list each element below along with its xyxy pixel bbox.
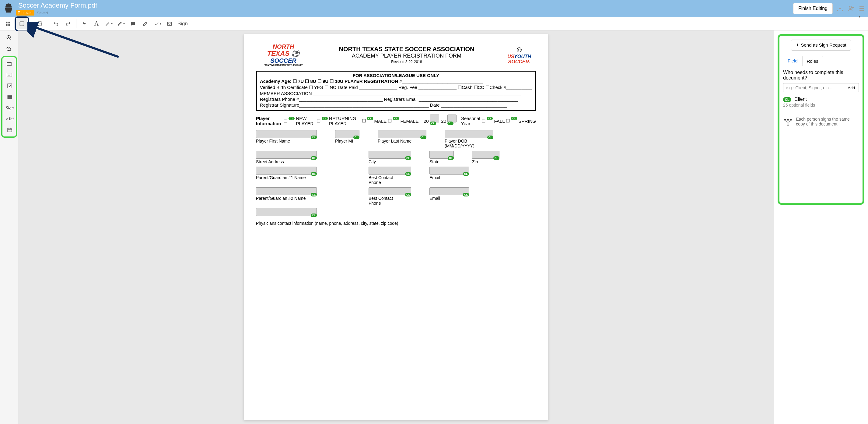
comment-tool[interactable] xyxy=(127,18,138,29)
initials-field-tool[interactable]: ×Int xyxy=(3,114,17,124)
send-sign-request-button[interactable]: ✈ Send as Sign Request xyxy=(791,39,851,51)
add-role-button[interactable]: Add xyxy=(844,83,859,92)
svg-rect-5 xyxy=(167,22,172,25)
role-item-client[interactable]: CL Client 25 optional fields xyxy=(783,96,859,108)
guardian1-name-field[interactable] xyxy=(256,167,317,174)
menu-icon[interactable]: ▾ xyxy=(858,5,866,12)
guardian2-phone-field[interactable] xyxy=(369,187,411,195)
print-button[interactable] xyxy=(34,18,45,29)
redo-button[interactable] xyxy=(63,18,74,29)
checkbox-field-tool[interactable] xyxy=(3,81,17,91)
toolbar: A ▾ ▾ ▾ Sign xyxy=(0,17,868,30)
app-header: Soccer Academy Form.pdf Template Saved F… xyxy=(0,0,868,17)
svg-rect-17 xyxy=(787,123,789,125)
field-tools-group: Sign ×Int xyxy=(1,56,17,138)
cl-tag: CL xyxy=(288,117,294,120)
role-name-input[interactable] xyxy=(783,83,844,92)
physician-field[interactable] xyxy=(256,208,317,216)
doc-title: NORTH TEXAS STATE SOCCER ASSOCIATION xyxy=(311,46,502,53)
association-box: FOR ASSOCIATION/LEAGUE USE ONLY Academy … xyxy=(256,71,536,111)
template-badge: Template xyxy=(16,10,34,16)
svg-rect-3 xyxy=(8,24,10,26)
document-canvas[interactable]: NORTH TEXAS ⚽ SOCCER "IGNITING PASSION F… xyxy=(18,30,774,424)
signature-field-tool[interactable]: Sign xyxy=(3,103,17,113)
paragraph-field-tool[interactable] xyxy=(3,70,17,80)
us-youth-logo: ☺ USYOUTH SOCCER. xyxy=(502,45,536,64)
doc-revised: Revised 3-22-2018 xyxy=(311,60,502,64)
date-field-tool[interactable] xyxy=(3,125,17,135)
guardian2-name-field[interactable] xyxy=(256,187,317,195)
image-tool[interactable] xyxy=(164,18,175,29)
sign-tool[interactable]: Sign xyxy=(178,21,188,27)
player-info-label: Player Information xyxy=(256,116,282,126)
pointer-tool[interactable] xyxy=(79,18,90,29)
zoom-out-button[interactable] xyxy=(2,45,16,54)
text-tool[interactable]: A xyxy=(91,18,102,29)
right-panel: ✈ Send as Sign Request Field Roles Who n… xyxy=(774,30,868,424)
svg-rect-13 xyxy=(8,128,12,132)
pen-tool[interactable]: ▾ xyxy=(103,18,114,29)
svg-rect-10 xyxy=(7,62,11,65)
doc-subtitle: ACADEMY PLAYER REGISTRATION FORM xyxy=(311,53,502,59)
guardian1-phone-field[interactable] xyxy=(369,167,411,174)
city-field[interactable] xyxy=(369,151,411,159)
player-dob-field[interactable] xyxy=(445,130,493,138)
street-field[interactable] xyxy=(256,151,317,159)
player-last-name-field[interactable] xyxy=(378,130,426,138)
fields-panel-highlight xyxy=(14,17,29,31)
tab-roles[interactable]: Roles xyxy=(802,56,823,66)
year-to-field[interactable] xyxy=(447,115,457,122)
zoom-in-button[interactable] xyxy=(2,33,16,43)
roles-note: Each person signs the same copy of this … xyxy=(783,117,859,128)
text-field-tool[interactable] xyxy=(3,59,17,69)
svg-point-15 xyxy=(787,119,789,121)
download-icon[interactable] xyxy=(836,5,844,12)
add-person-icon[interactable] xyxy=(847,5,855,12)
north-texas-logo: NORTH TEXAS ⚽ SOCCER "IGNITING PASSION F… xyxy=(256,43,311,66)
saved-status: Saved xyxy=(37,11,48,15)
roles-panel-highlight: ✈ Send as Sign Request Field Roles Who n… xyxy=(778,34,864,205)
finish-editing-button[interactable]: Finish Editing xyxy=(793,3,833,14)
thumbnails-button[interactable] xyxy=(2,18,13,29)
document-page: NORTH TEXAS ⚽ SOCCER "IGNITING PASSION F… xyxy=(244,34,548,420)
checkmark-tool[interactable]: ▾ xyxy=(152,18,163,29)
left-toolbar: Sign ×Int xyxy=(0,30,18,424)
physician-label: Physicians contact information (name, ph… xyxy=(256,221,536,226)
role-pill: CL xyxy=(783,97,791,102)
year-from-field[interactable] xyxy=(430,115,439,122)
svg-rect-2 xyxy=(6,24,7,26)
undo-button[interactable] xyxy=(51,18,61,29)
document-filename: Soccer Academy Form.pdf xyxy=(18,2,97,9)
highlighter-tool[interactable]: ▾ xyxy=(115,18,126,29)
tab-field[interactable]: Field xyxy=(783,55,802,66)
svg-rect-1 xyxy=(8,22,10,23)
svg-rect-0 xyxy=(6,22,7,23)
app-logo xyxy=(2,2,14,15)
roles-question: Who needs to complete this document? xyxy=(783,70,859,81)
eraser-tool[interactable] xyxy=(140,18,151,29)
player-first-name-field[interactable] xyxy=(256,130,317,138)
svg-point-16 xyxy=(790,119,792,121)
fields-panel-button[interactable] xyxy=(17,18,27,29)
dropdown-field-tool[interactable] xyxy=(3,92,17,102)
svg-point-14 xyxy=(784,119,786,121)
